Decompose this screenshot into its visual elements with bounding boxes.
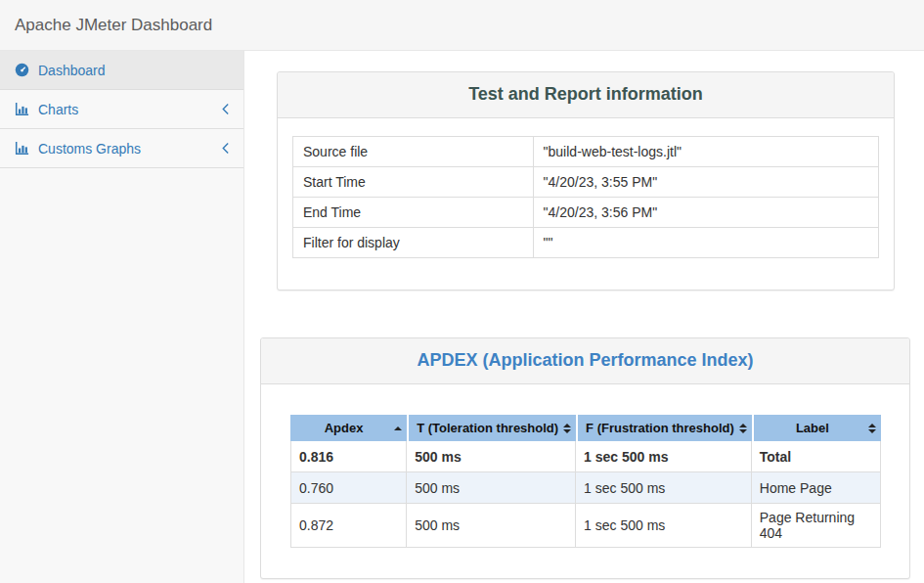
info-row-value: "4/20/23, 3:56 PM" <box>533 198 878 228</box>
sort-both-icon <box>868 424 876 433</box>
chevron-left-icon <box>221 103 230 115</box>
sidebar-item-label: Dashboard <box>38 63 106 78</box>
apdex-column-header[interactable]: Label <box>752 415 881 441</box>
apdex-panel-header: APDEX (Application Performance Index) <box>261 338 909 384</box>
info-row-label: Filter for display <box>293 228 534 258</box>
apdex-cell: Total <box>752 441 881 472</box>
column-label: T (Toleration threshold) <box>417 421 558 435</box>
apdex-title: APDEX (Application Performance Index) <box>276 350 895 371</box>
page-title: Apache JMeter Dashboard <box>15 16 212 35</box>
apdex-panel-body: ApdexT (Toleration threshold)F (Frustrat… <box>261 384 909 578</box>
apdex-cell: Page Returning 404 <box>752 504 881 548</box>
tachometer-icon <box>14 63 29 77</box>
info-row-value: "" <box>533 228 878 258</box>
info-row-label: Start Time <box>293 167 534 198</box>
info-row: Start Time"4/20/23, 3:55 PM" <box>293 167 879 198</box>
apdex-column-header[interactable]: T (Toleration threshold) <box>407 415 576 441</box>
apdex-cell: Home Page <box>752 472 881 504</box>
sidebar-item-dashboard[interactable]: Dashboard <box>0 51 243 90</box>
apdex-table-body: 0.816500 ms1 sec 500 msTotal0.760500 ms1… <box>290 441 881 548</box>
info-row-label: End Time <box>293 198 534 228</box>
apdex-cell: 0.760 <box>290 472 407 504</box>
top-header: Apache JMeter Dashboard <box>0 0 924 51</box>
info-table-body: Source file"build-web-test-logs.jtl"Star… <box>293 137 879 258</box>
apdex-panel: APDEX (Application Performance Index) Ap… <box>260 337 910 579</box>
chevron-left-icon <box>221 142 230 155</box>
apdex-cell: 0.816 <box>290 441 407 472</box>
apdex-column-header[interactable]: Apdex <box>290 415 407 441</box>
apdex-table: ApdexT (Toleration threshold)F (Frustrat… <box>290 415 881 548</box>
test-info-title: Test and Report information <box>292 84 879 105</box>
apdex-cell: 500 ms <box>407 472 576 504</box>
sort-both-icon <box>739 424 747 433</box>
sort-both-icon <box>563 424 571 433</box>
apdex-row: 0.760500 ms1 sec 500 msHome Page <box>290 472 881 504</box>
layout: Dashboard Charts <box>0 51 924 583</box>
column-label: F (Frustration threshold) <box>586 421 734 435</box>
info-row: Source file"build-web-test-logs.jtl" <box>293 137 879 167</box>
info-row: End Time"4/20/23, 3:56 PM" <box>293 198 879 228</box>
sidebar-item-charts[interactable]: Charts <box>0 90 243 129</box>
main-content: Test and Report information Source file"… <box>244 51 924 583</box>
info-row: Filter for display"" <box>293 228 879 258</box>
apdex-cell: 0.872 <box>290 504 407 548</box>
sidebar-item-customs-graphs[interactable]: Customs Graphs <box>0 129 243 168</box>
test-info-panel-header: Test and Report information <box>278 72 894 118</box>
apdex-column-header[interactable]: F (Frustration threshold) <box>576 415 752 441</box>
column-label: Label <box>796 421 829 435</box>
bar-chart-icon <box>14 141 29 156</box>
info-row-label: Source file <box>293 137 534 167</box>
apdex-cell: 1 sec 500 ms <box>576 441 752 472</box>
apdex-cell: 500 ms <box>407 504 576 548</box>
test-info-table: Source file"build-web-test-logs.jtl"Star… <box>292 136 879 258</box>
apdex-row: 0.816500 ms1 sec 500 msTotal <box>290 441 881 472</box>
sidebar: Dashboard Charts <box>0 51 244 583</box>
info-row-value: "4/20/23, 3:55 PM" <box>533 167 878 198</box>
test-info-panel: Test and Report information Source file"… <box>277 71 895 291</box>
apdex-cell: 1 sec 500 ms <box>576 472 752 504</box>
column-label: Apdex <box>325 421 364 435</box>
sidebar-item-label: Customs Graphs <box>38 141 141 157</box>
apdex-cell: 500 ms <box>407 441 576 472</box>
sidebar-item-label: Charts <box>38 102 78 117</box>
apdex-header-row: ApdexT (Toleration threshold)F (Frustrat… <box>290 415 881 441</box>
info-row-value: "build-web-test-logs.jtl" <box>533 137 878 167</box>
test-info-panel-body: Source file"build-web-test-logs.jtl"Star… <box>278 118 894 290</box>
apdex-cell: 1 sec 500 ms <box>576 504 752 548</box>
apdex-row: 0.872500 ms1 sec 500 msPage Returning 40… <box>290 504 881 548</box>
sort-ascending-icon <box>394 426 402 430</box>
bar-chart-icon <box>14 102 29 116</box>
